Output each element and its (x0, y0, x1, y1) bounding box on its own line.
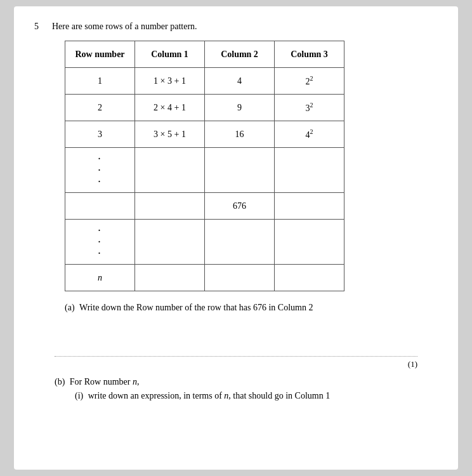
cell-n-rownum: n (65, 265, 135, 291)
marks-a: (1) (34, 359, 417, 369)
table-row-dots2: ··· (65, 220, 344, 265)
question-intro: Here are some rows of a number pattern. (52, 22, 197, 32)
cell-676-col1 (135, 193, 205, 220)
table-row: 1 1 × 3 + 1 4 22 (65, 68, 344, 95)
cell-n-col1 (135, 265, 205, 291)
cell-676-rownum (65, 193, 135, 220)
part-b: (b) For Row number n, (55, 377, 438, 387)
cell-dots2-col1 (135, 220, 205, 265)
part-b-i-label: (i) (75, 391, 83, 400)
cell-dots1-col2 (205, 148, 275, 193)
table-row: 2 2 × 4 + 1 9 32 (65, 95, 344, 121)
cell-row1-col1: 1 × 3 + 1 (135, 68, 205, 95)
cell-row3-col3: 42 (275, 121, 344, 148)
cell-row3-rownum: 3 (65, 121, 135, 148)
question-header: 5 Here are some rows of a number pattern… (34, 22, 438, 32)
col-header-row-number: Row number (65, 41, 135, 68)
part-a-label: (a) (65, 303, 75, 312)
cell-dots2-col2 (205, 220, 275, 265)
cell-dots2-col3 (275, 220, 344, 265)
part-b-text: For Row number n, (70, 377, 140, 387)
cell-row3-col2: 16 (205, 121, 275, 148)
part-b-i-n: n (224, 391, 228, 400)
answer-line-a (55, 356, 417, 357)
cell-row2-col2: 9 (205, 95, 275, 121)
table-row-676: 676 (65, 193, 344, 220)
cell-row1-col2: 4 (205, 68, 275, 95)
question-number: 5 (34, 22, 44, 32)
col-header-col1: Column 1 (135, 41, 205, 68)
cell-row2-col3: 32 (275, 95, 344, 121)
cell-n-col2 (205, 265, 275, 291)
cell-row3-col1: 3 × 5 + 1 (135, 121, 205, 148)
exam-page: 5 Here are some rows of a number pattern… (14, 6, 458, 470)
cell-row1-rownum: 1 (65, 68, 135, 95)
cell-row2-col1: 2 × 4 + 1 (135, 95, 205, 121)
part-b-i: (i) write down an expression, in terms o… (75, 391, 438, 401)
cell-dots1-rownum: ··· (65, 148, 135, 193)
table-row-dots: ··· (65, 148, 344, 193)
col-header-col2: Column 2 (205, 41, 275, 68)
cell-dots1-col3 (275, 148, 344, 193)
part-a: (a) Write down the Row number of the row… (65, 303, 438, 313)
table-row-n: n (65, 265, 344, 291)
cell-dots2-rownum: ··· (65, 220, 135, 265)
cell-n-col3 (275, 265, 344, 291)
table-row: 3 3 × 5 + 1 16 42 (65, 121, 344, 148)
part-b-label: (b) (55, 377, 65, 387)
cell-row2-rownum: 2 (65, 95, 135, 121)
part-b-n: n (133, 377, 137, 387)
col-header-col3: Column 3 (275, 41, 344, 68)
table-header-row: Row number Column 1 Column 2 Column 3 (65, 41, 344, 68)
number-pattern-table: Row number Column 1 Column 2 Column 3 1 … (65, 41, 344, 291)
cell-676-col3 (275, 193, 344, 220)
cell-676-col2: 676 (205, 193, 275, 220)
part-a-text: Write down the Row number of the row tha… (79, 303, 313, 312)
cell-dots1-col1 (135, 148, 205, 193)
cell-row1-col3: 22 (275, 68, 344, 95)
part-b-i-text: write down an expression, in terms of n,… (88, 391, 330, 400)
